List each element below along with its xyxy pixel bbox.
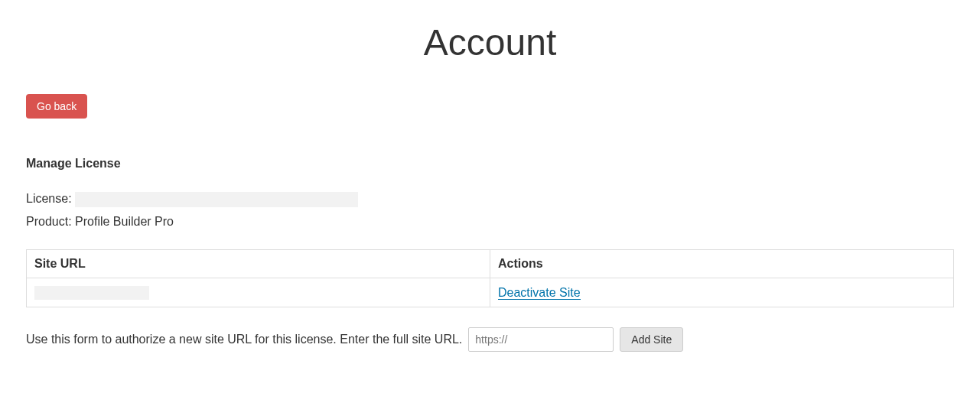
manage-license-heading: Manage License	[26, 157, 954, 171]
product-value: Profile Builder Pro	[75, 215, 174, 228]
col-site-url: Site URL	[27, 250, 490, 278]
site-url-value	[34, 286, 149, 300]
add-site-form: Use this form to authorize a new site UR…	[26, 327, 954, 352]
table-row: Deactivate Site	[27, 278, 954, 307]
cell-site-url	[27, 278, 490, 307]
go-back-button[interactable]: Go back	[26, 94, 87, 119]
cell-actions: Deactivate Site	[490, 278, 954, 307]
license-sites-table: Site URL Actions Deactivate Site	[26, 249, 954, 307]
add-site-help-text: Use this form to authorize a new site UR…	[26, 333, 462, 346]
product-label: Product:	[26, 215, 72, 228]
license-value	[75, 192, 358, 207]
license-line: License:	[26, 189, 954, 209]
product-line: Product: Profile Builder Pro	[26, 212, 954, 232]
deactivate-site-link[interactable]: Deactivate Site	[498, 286, 581, 300]
page-title: Account	[26, 21, 954, 63]
add-site-button[interactable]: Add Site	[620, 327, 683, 352]
table-header-row: Site URL Actions	[27, 250, 954, 278]
col-actions: Actions	[490, 250, 954, 278]
license-label: License:	[26, 192, 72, 205]
site-url-input[interactable]	[468, 327, 614, 352]
